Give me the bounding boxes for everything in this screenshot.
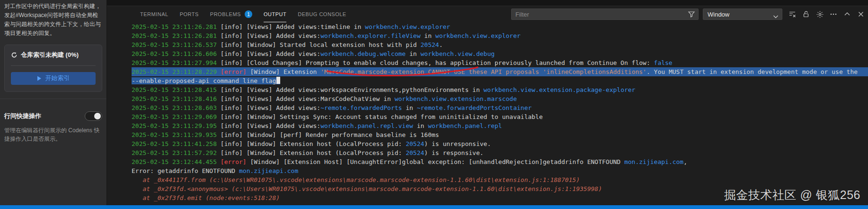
card-divider	[11, 65, 96, 66]
output-log[interactable]: 2025-02-15 23:11:26.281 [info] [Views] A…	[107, 22, 868, 201]
panel-tabs: TERMINALPORTSPROBLEMS1OUTPUTDEBUG CONSOL…	[140, 6, 358, 22]
log-line: 2025-02-15 23:11:28.229 [error] [Window]…	[132, 67, 868, 76]
gear-icon[interactable]	[815, 10, 824, 18]
log-line: 2025-02-15 23:11:27.994 [info] [Cloud Ch…	[132, 58, 868, 67]
repo-index-card: 仓库索引未构建 (0%) 开始索引	[4, 45, 102, 92]
sync-icon	[11, 52, 18, 58]
panel-tabbar: TERMINALPORTSPROBLEMS1OUTPUTDEBUG CONSOL…	[107, 6, 868, 22]
tab-label: OUTPUT	[264, 11, 286, 17]
log-line: 2025-02-15 23:11:26.606 [info] [Views] A…	[132, 49, 868, 58]
log-line: 2025-02-15 23:12:44.455 [error] [Window]…	[132, 157, 868, 166]
log-line: 2025-02-15 23:11:29.195 [info] [Views] A…	[132, 121, 868, 130]
log-line: 2025-02-15 23:11:28.603 [info] [Views] A…	[132, 103, 868, 112]
log-line: --enable-proposed-api command line flag	[132, 76, 868, 85]
section-divider	[0, 99, 106, 99]
log-line: at _0x44117f.from (c:\Users\WR01075\.vsc…	[132, 175, 868, 184]
workspace-index-description: 对工作区中的代码进行全局索引构建，发起#Workspace问答时将自动全局检索与…	[4, 2, 102, 38]
log-line: 2025-02-15 23:11:28.416 [info] [Views] A…	[132, 94, 868, 103]
ellipsis-icon[interactable]	[829, 10, 838, 18]
tab-debug-console[interactable]: DEBUG CONSOLE	[298, 6, 346, 22]
log-line: 2025-02-15 23:11:26.281 [info] [Views] A…	[132, 22, 868, 31]
codelens-section-title: 行间快捷操作	[4, 112, 41, 120]
codelens-description: 管理在编辑器行间展示的 Codelens 快捷操作入口是否展示。	[4, 126, 102, 144]
chevron-up-icon[interactable]	[843, 10, 851, 18]
output-channel-value: Window	[703, 11, 729, 18]
tab-label: DEBUG CONSOLE	[298, 11, 346, 17]
output-channel-select[interactable]: Window	[703, 9, 782, 20]
tab-ports[interactable]: PORTS	[180, 6, 199, 22]
filter-input[interactable]	[511, 9, 699, 20]
log-line: 2025-02-15 23:11:28.415 [info] [Views] A…	[132, 85, 868, 94]
marscode-sidebar: 对工作区中的代码进行全局索引构建，发起#Workspace问答时将自动全局检索与…	[0, 0, 107, 205]
close-icon[interactable]	[857, 10, 865, 18]
tab-output[interactable]: OUTPUT	[264, 6, 286, 22]
tab-terminal[interactable]: TERMINAL	[140, 6, 168, 22]
log-line: 2025-02-15 23:11:57.292 [info] [Window] …	[132, 148, 868, 157]
log-line: Error: getaddrinfo ENOTFOUND mon.zijieap…	[132, 166, 868, 175]
status-bar	[0, 205, 868, 209]
text-cursor	[276, 77, 280, 84]
toggle-knob	[94, 113, 101, 119]
log-line: 2025-02-15 23:11:26.281 [info] [Views] A…	[132, 31, 868, 40]
repo-index-status: 仓库索引未构建 (0%)	[21, 51, 79, 59]
tab-label: TERMINAL	[140, 11, 168, 17]
tab-problems[interactable]: PROBLEMS1	[210, 6, 252, 22]
problems-badge: 1	[245, 10, 252, 18]
panel-action-icons	[788, 10, 865, 18]
funnel-icon[interactable]	[688, 10, 695, 20]
log-line: 2025-02-15 23:11:41.258 [info] [Window] …	[132, 139, 868, 148]
log-line: 2025-02-15 23:11:29.069 [info] [Window] …	[132, 112, 868, 121]
vscode-window: 对工作区中的代码进行全局索引构建，发起#Workspace问答时将自动全局检索与…	[0, 0, 868, 209]
start-index-label: 开始索引	[45, 74, 70, 82]
start-index-button[interactable]: 开始索引	[11, 72, 96, 85]
chevron-down-icon	[773, 12, 779, 21]
log-line: 2025-02-15 23:11:26.537 [info] [Window] …	[132, 40, 868, 49]
editor-bottom-strip	[107, 0, 868, 6]
filter-box	[511, 9, 699, 20]
log-line: 2025-02-15 23:11:29.935 [info] [Window] …	[132, 130, 868, 139]
unlock-icon[interactable]	[802, 10, 810, 18]
tab-label: PORTS	[180, 11, 199, 17]
watermark-text: 掘金技术社区 @ 银狐256	[724, 187, 860, 203]
clear-output-icon[interactable]	[788, 10, 797, 18]
codelens-toggle[interactable]	[85, 111, 102, 121]
bottom-panel: TERMINALPORTSPROBLEMS1OUTPUTDEBUG CONSOL…	[107, 0, 868, 205]
play-icon	[37, 76, 42, 81]
tab-label: PROBLEMS	[210, 11, 241, 17]
